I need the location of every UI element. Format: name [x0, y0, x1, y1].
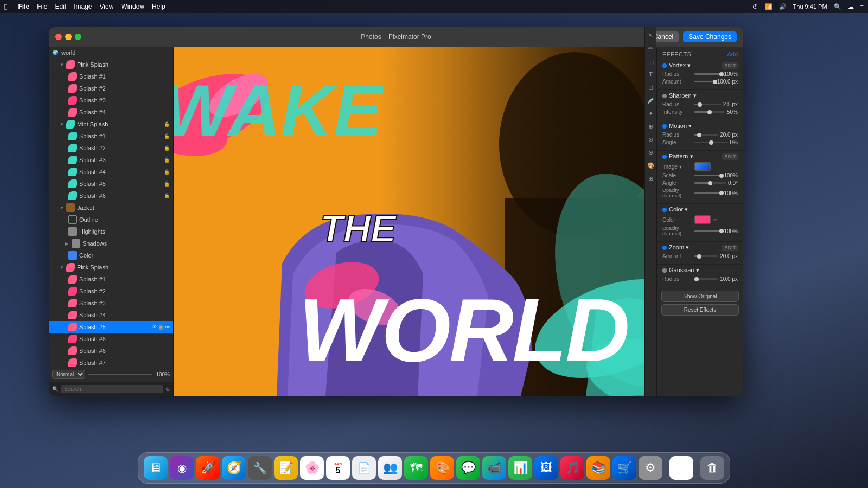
dock-maps[interactable]: 🗺	[404, 456, 428, 480]
eraser-tool[interactable]: ◻	[646, 82, 656, 92]
dock-messages[interactable]: 💬	[456, 456, 480, 480]
effect-active-dot[interactable]	[662, 268, 667, 273]
reset-effects-button[interactable]: Reset Effects	[661, 304, 739, 316]
add-layer-icon[interactable]: ⊕	[165, 386, 170, 392]
menu-view[interactable]: View	[100, 3, 114, 10]
more-icon[interactable]: •••	[165, 324, 170, 330]
dock-quicklook[interactable]: 📄	[352, 456, 376, 480]
layer-item[interactable]: Splash #4	[49, 106, 173, 118]
select-tool[interactable]: ⬚	[646, 56, 656, 66]
eyedropper-tool[interactable]: 💉	[646, 95, 656, 105]
layer-item[interactable]: Splash #4 🔒	[49, 166, 173, 178]
color-picker-tool[interactable]: 🎨	[646, 160, 656, 170]
radius-slider[interactable]	[694, 73, 722, 75]
menu-photos[interactable]: File	[18, 3, 29, 10]
group-jacket[interactable]: Jacket	[49, 202, 173, 214]
dock-pixelmator[interactable]: 🎨	[430, 456, 454, 480]
lock-icon[interactable]: 🔒	[158, 324, 164, 330]
layer-item[interactable]: Outline	[49, 214, 173, 226]
group-pink-splash-1[interactable]: Pink Splash	[49, 59, 173, 70]
menu-extras[interactable]: ≡	[860, 3, 864, 10]
dock-contacts[interactable]: 👥	[378, 456, 402, 480]
retouch-tool[interactable]: ⊙	[646, 134, 656, 144]
angle-slider[interactable]	[694, 142, 728, 143]
layer-item[interactable]: Splash #3	[49, 297, 173, 309]
canvas-area[interactable]: WAKE	[174, 47, 656, 396]
layer-item[interactable]: Splash #6	[49, 333, 173, 345]
layers-list[interactable]: 🌍 world Pink Splash Splash #1	[49, 47, 173, 367]
menu-window[interactable]: Window	[121, 3, 144, 10]
opacity-slider[interactable]	[694, 230, 722, 232]
group-pink-splash-2[interactable]: Pink Splash	[49, 261, 173, 273]
close-button[interactable]	[55, 34, 62, 40]
scale-slider[interactable]	[694, 175, 722, 176]
dock-keynote[interactable]: 🖼	[534, 456, 558, 480]
layer-root-world[interactable]: 🌍 world	[49, 47, 173, 59]
blend-mode-select[interactable]: Normal	[52, 370, 85, 379]
effect-active-dot[interactable]	[662, 94, 667, 98]
dock-preferences[interactable]: ⚙	[639, 456, 662, 480]
clone-tool[interactable]: ⊞	[646, 174, 656, 183]
dock-appstore[interactable]: 🛒	[612, 456, 636, 480]
layer-item[interactable]: Splash #1 🔒	[49, 130, 173, 142]
effect-active-dot[interactable]	[662, 63, 667, 68]
layer-item[interactable]: Highlights	[49, 226, 173, 237]
group-mint-splash-1[interactable]: Mint Splash 🔒	[49, 118, 173, 130]
zoom-tool[interactable]: ⊕	[646, 121, 656, 131]
dock-calendar[interactable]: JAN 5	[326, 456, 350, 480]
layer-item[interactable]: Splash #4	[49, 309, 173, 321]
color-picker-icon[interactable]: ✏	[713, 217, 717, 222]
effect-active-dot[interactable]	[662, 155, 667, 159]
opacity-slider[interactable]	[694, 192, 722, 194]
dock-migration[interactable]: 🔧	[248, 456, 272, 480]
eye-icon[interactable]: 👁	[152, 324, 157, 330]
dock-siri[interactable]: ◉	[170, 456, 194, 480]
layer-item[interactable]: Splash #6 🔒	[49, 190, 173, 202]
add-effect-button[interactable]: Add	[727, 51, 738, 57]
opacity-slider[interactable]	[88, 374, 152, 375]
layer-item[interactable]: Splash #3 🔒	[49, 154, 173, 166]
search-icon[interactable]: 🔍	[834, 3, 841, 10]
layer-item[interactable]: ▶ Shadows	[49, 237, 173, 249]
radius-slider[interactable]	[694, 278, 718, 280]
intensity-slider[interactable]	[694, 111, 725, 113]
layer-item[interactable]: Splash #1	[49, 273, 173, 285]
effect-active-dot[interactable]	[662, 208, 667, 212]
layer-item[interactable]: Splash #2	[49, 82, 173, 94]
dock-numbers[interactable]: 📊	[508, 456, 532, 480]
dock-finder[interactable]: 🖥	[144, 456, 168, 480]
dock-photos[interactable]: 🌸	[300, 456, 324, 480]
angle-slider[interactable]	[694, 182, 726, 184]
dock-safari[interactable]: 🧭	[222, 456, 246, 480]
heal-tool[interactable]: ✦	[646, 108, 656, 118]
layer-item[interactable]: Splash #7	[49, 357, 173, 367]
effect-edit-button[interactable]: EDIT	[722, 62, 738, 69]
dock-music[interactable]: 🎵	[560, 456, 584, 480]
image-swatch[interactable]	[694, 162, 711, 171]
dock-launchpad[interactable]: 🚀	[196, 456, 220, 480]
layer-item[interactable]: Color	[49, 249, 173, 261]
effect-active-dot[interactable]	[662, 246, 667, 250]
amount-slider[interactable]	[694, 81, 715, 82]
effect-edit-button[interactable]: EDIT	[722, 245, 738, 251]
effect-active-dot[interactable]	[662, 124, 667, 129]
dock-facetime[interactable]: 📹	[482, 456, 506, 480]
layer-splash5-selected[interactable]: Splash #5 👁 🔒 •••	[49, 321, 173, 333]
show-original-button[interactable]: Show Original	[661, 291, 739, 302]
menu-edit[interactable]: Edit	[55, 3, 67, 10]
color-swatch[interactable]	[694, 215, 711, 224]
dock-trash[interactable]: 🗑	[700, 456, 724, 480]
paint-tool[interactable]: ✏	[646, 47, 656, 53]
layer-item[interactable]: Splash #1	[49, 70, 173, 82]
layer-item[interactable]: Splash #6	[49, 345, 173, 357]
layer-item[interactable]: Splash #3	[49, 94, 173, 106]
dock-books[interactable]: 📚	[586, 456, 610, 480]
warp-tool[interactable]: ⊗	[646, 147, 656, 157]
layer-item[interactable]: Splash #2 🔒	[49, 142, 173, 154]
radius-slider[interactable]	[694, 134, 718, 136]
effect-edit-button[interactable]: EDIT	[722, 153, 738, 160]
dock-photosapp[interactable]: 🖼	[669, 456, 693, 480]
text-tool[interactable]: T	[646, 69, 656, 79]
menu-image[interactable]: Image	[74, 3, 92, 10]
save-button[interactable]: Save Changes	[683, 31, 737, 42]
